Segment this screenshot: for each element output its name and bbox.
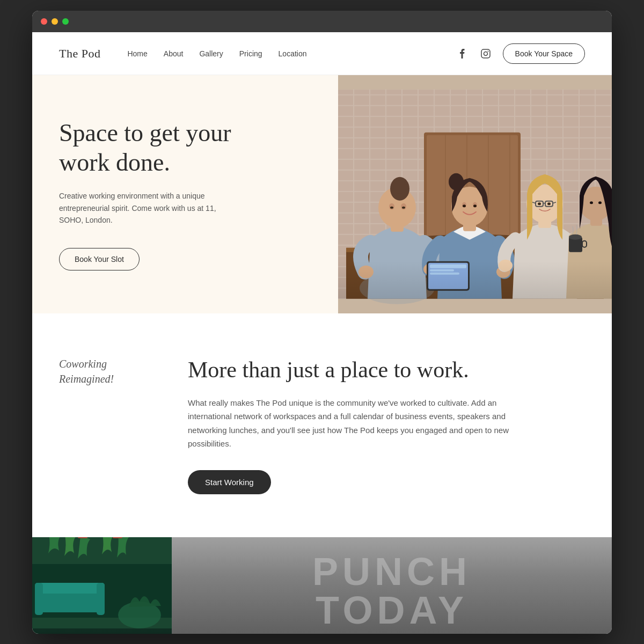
- svg-rect-67: [35, 583, 43, 615]
- section-body: What really makes The Pod unique is the …: [188, 396, 510, 451]
- svg-point-26: [390, 207, 393, 209]
- fullscreen-dot[interactable]: [62, 18, 69, 25]
- hero-subtitle: Creative working environment with a uniq…: [59, 190, 231, 226]
- gallery-section: PUNCH TODAY: [32, 537, 612, 634]
- svg-rect-66: [35, 583, 105, 594]
- nav-gallery[interactable]: Gallery: [199, 49, 223, 58]
- punch-line1: PUNCH: [312, 552, 471, 591]
- hero-section: Space to get your work done. Creative wo…: [32, 75, 612, 313]
- svg-point-36: [473, 204, 477, 207]
- nav-location[interactable]: Location: [279, 49, 307, 58]
- facebook-icon[interactable]: [456, 47, 469, 60]
- instagram-icon[interactable]: [479, 47, 492, 60]
- svg-point-2: [487, 50, 488, 52]
- section-label-container: Coworking Reimagined!: [59, 356, 156, 386]
- gallery-left-inner: [32, 537, 172, 634]
- nav-about[interactable]: About: [164, 49, 184, 58]
- svg-rect-62: [338, 261, 612, 299]
- svg-point-35: [463, 204, 466, 207]
- close-dot[interactable]: [41, 18, 47, 25]
- navbar: The Pod Home About Gallery Pricing Locat…: [32, 32, 612, 75]
- svg-point-23: [393, 181, 406, 194]
- hero-illustration: [338, 75, 612, 313]
- svg-point-52: [547, 202, 551, 205]
- svg-point-51: [538, 202, 541, 205]
- svg-rect-68: [97, 583, 105, 615]
- punch-text-container: PUNCH TODAY: [312, 541, 471, 630]
- section-label: Coworking Reimagined!: [59, 356, 156, 386]
- section-two-right: More than just a place to work. What rea…: [188, 356, 585, 494]
- section-two: Coworking Reimagined! More than just a p…: [32, 313, 612, 537]
- minimize-dot[interactable]: [52, 18, 58, 25]
- garden-illustration: [32, 537, 172, 628]
- svg-point-58: [598, 201, 602, 204]
- hero-content: Space to get your work done. Creative wo…: [32, 75, 338, 313]
- svg-rect-71: [113, 537, 122, 538]
- punch-line2: TODAY: [312, 591, 471, 630]
- browser-chrome: [32, 11, 612, 32]
- gallery-left-image: [32, 537, 172, 634]
- nav-links: Home About Gallery Pricing Location: [127, 49, 455, 58]
- book-slot-button[interactable]: Book Your Slot: [59, 248, 140, 270]
- gallery-right-image: PUNCH TODAY: [172, 537, 612, 634]
- svg-rect-0: [481, 49, 490, 58]
- svg-point-27: [402, 207, 405, 209]
- hero-title: Space to get your work done.: [59, 118, 252, 177]
- svg-point-60: [569, 235, 582, 240]
- svg-rect-70: [78, 537, 87, 538]
- nav-pricing[interactable]: Pricing: [239, 49, 262, 58]
- svg-point-32: [449, 173, 464, 191]
- svg-point-57: [590, 201, 593, 204]
- svg-point-1: [484, 52, 487, 55]
- nav-home[interactable]: Home: [127, 49, 147, 58]
- nav-right: Book Your Space: [456, 43, 585, 64]
- site-logo[interactable]: The Pod: [59, 47, 100, 61]
- section-main-title: More than just a place to work.: [188, 356, 585, 383]
- book-space-button[interactable]: Book Your Space: [503, 43, 585, 64]
- browser-window: The Pod Home About Gallery Pricing Locat…: [32, 11, 612, 634]
- start-working-button[interactable]: Start Working: [188, 470, 271, 494]
- hero-image: [338, 75, 612, 313]
